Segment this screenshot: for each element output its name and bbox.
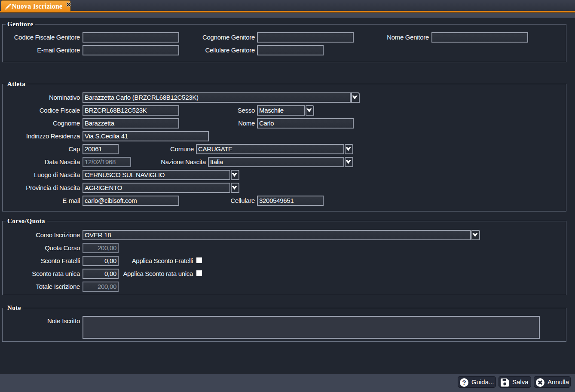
svg-text:?: ? (462, 379, 466, 386)
